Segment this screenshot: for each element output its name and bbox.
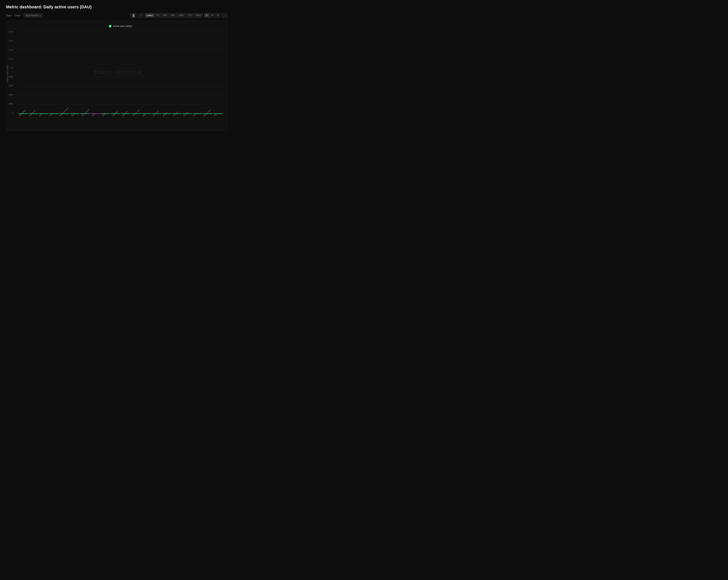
more-options-button[interactable]: ··· [222,13,228,18]
toolbar-right: ▐▌ 〰 Latest 7D 30D 90D 180D YTD 365D D W… [130,13,228,18]
legend-dot [109,25,111,27]
y-label-800k: 800k [9,76,13,78]
time-btn-90d[interactable]: 90D [169,13,177,18]
y-label-200k: 200k [9,103,13,105]
time-btn-30d[interactable]: 30D [161,13,169,18]
page: Metric dashboard: Daily active users (DA… [0,0,234,134]
granularity-group: D W M [204,13,221,18]
bars-area [18,30,224,114]
bar-chart-icon: ▐▌ [132,14,135,17]
chart-container: Active users (daily) token terminal_ Act… [6,21,228,131]
y-label-1.6m: 1.6m [8,39,13,42]
chart-area: token terminal_ Active users (daily) 1.8… [18,30,224,114]
gran-btn-w[interactable]: W [209,13,215,18]
y-label-1m: 1m [10,66,13,69]
toolbar: Data › Chart › Key metrics ▾ ▐▌ 〰 Latest… [6,13,228,18]
time-btn-180d[interactable]: 180D [177,13,186,18]
x-labels-row: SyncSwapAvalancheCelo1inchPancakeSwapBla… [18,115,224,126]
y-label-400k: 400k [9,93,13,96]
time-btn-ytd[interactable]: YTD [186,13,194,18]
y-label-0: 0 [12,112,13,114]
breadcrumb-data[interactable]: Data [6,14,11,17]
time-range-group: Latest 7D 30D 90D 180D YTD 365D [145,13,203,18]
y-axis: 1.8m 1.6m 1.4m 1.2m 1m 800k 600k 400k 20… [8,30,13,114]
y-label-1.2m: 1.2m [8,58,13,60]
breadcrumb-sep-2: › [22,14,22,17]
line-chart-icon: 〰 [139,14,142,17]
y-label-1.8m: 1.8m [8,30,13,33]
y-axis-title: Active users (daily) [6,64,8,82]
y-label-1.4m: 1.4m [8,49,13,51]
legend-label: Active users (daily) [113,25,132,27]
breadcrumb-current-label: Key metrics [26,14,38,17]
chart-legend: Active users (daily) [18,25,224,27]
breadcrumb-chart[interactable]: Chart [15,14,21,17]
time-btn-latest[interactable]: Latest [145,13,155,18]
breadcrumb-current[interactable]: Key metrics ▾ [24,13,43,18]
chevron-down-icon: ▾ [40,14,41,17]
breadcrumb: Data › Chart › Key metrics ▾ [6,13,43,18]
time-btn-365d[interactable]: 365D [194,13,203,18]
bar-chart-button[interactable]: ▐▌ [130,13,137,18]
breadcrumb-sep-1: › [12,14,13,17]
gran-btn-m[interactable]: M [215,13,220,18]
time-btn-7d[interactable]: 7D [155,13,161,18]
line-chart-button[interactable]: 〰 [138,13,144,18]
page-title: Metric dashboard: Daily active users (DA… [6,4,228,9]
gran-btn-d[interactable]: D [204,13,209,18]
y-label-600k: 600k [9,84,13,87]
